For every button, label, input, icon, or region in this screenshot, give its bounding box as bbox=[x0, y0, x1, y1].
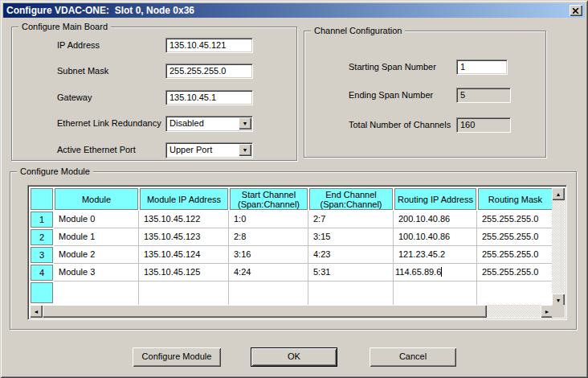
table-cell[interactable]: 3:15 bbox=[308, 228, 394, 246]
gateway-input[interactable]: 135.10.45.1 bbox=[165, 90, 253, 105]
table-cell[interactable]: 2:7 bbox=[308, 211, 394, 228]
chevron-down-icon: ▼ bbox=[243, 147, 248, 153]
table-cell[interactable]: 135.10.45.122 bbox=[139, 211, 229, 228]
cancel-button[interactable]: Cancel bbox=[370, 347, 456, 367]
total-channels-label: Total Number of Channels bbox=[349, 117, 451, 133]
row-header-cell: 4 bbox=[30, 264, 54, 281]
configure-module-button[interactable]: Configure Module bbox=[133, 347, 221, 367]
ethernet-link-redundancy-dropdown-button[interactable]: ▼ bbox=[239, 117, 251, 129]
column-header: End Channel (Span:Channel) bbox=[309, 188, 393, 210]
table-row: 3Module 2135.10.45.1243:164:23121.23.45.… bbox=[30, 246, 553, 264]
row-header-filler bbox=[30, 281, 54, 305]
table-cell[interactable]: 4:23 bbox=[308, 246, 394, 264]
table-cell[interactable]: Module 0 bbox=[54, 211, 139, 228]
table-cell[interactable]: 2:8 bbox=[229, 228, 308, 246]
subnet-mask-label: Subnet Mask bbox=[57, 64, 108, 79]
text-caret bbox=[441, 267, 442, 277]
table-row: 1Module 0135.10.45.1221:02:7200.10.40.86… bbox=[30, 211, 553, 228]
table-cell[interactable]: 100.10.40.86 bbox=[394, 228, 477, 246]
horizontal-scrollbar-thumb[interactable] bbox=[43, 305, 487, 318]
empty-cell bbox=[308, 281, 394, 305]
module-table-content: ModuleModule IP AddressStart Channel (Sp… bbox=[30, 187, 553, 306]
total-channels-value: 160 bbox=[460, 120, 475, 129]
table-cell[interactable]: Module 1 bbox=[54, 228, 139, 246]
ethernet-link-redundancy-value: Disabled bbox=[169, 118, 204, 128]
title-bar[interactable]: Configure VDAC-ONE: Slot 0, Node 0x36 bbox=[3, 3, 585, 18]
table-cell[interactable]: 3:16 bbox=[229, 246, 308, 264]
close-button[interactable] bbox=[570, 5, 582, 16]
scroll-left-button[interactable]: ◄ bbox=[30, 305, 43, 318]
table-cell[interactable]: Module 2 bbox=[54, 246, 139, 264]
column-header: Routing Mask bbox=[478, 188, 553, 210]
main-board-group: Configure Main Board IP Address 135.10.4… bbox=[11, 27, 297, 161]
column-header: Routing IP Address bbox=[394, 188, 476, 210]
empty-cell bbox=[229, 281, 308, 305]
vertical-scrollbar[interactable]: ▲ ▼ bbox=[552, 187, 565, 306]
ip-address-input[interactable]: 135.10.45.121 bbox=[165, 38, 253, 53]
table-cell[interactable]: 4:24 bbox=[229, 264, 308, 281]
left-arrow-icon: ◄ bbox=[34, 309, 39, 314]
ethernet-link-redundancy-select[interactable]: Disabled ▼ bbox=[165, 116, 253, 132]
close-icon bbox=[573, 8, 579, 14]
active-ethernet-port-select[interactable]: Upper Port ▼ bbox=[165, 142, 253, 158]
table-row: 2Module 1135.10.45.1232:83:15100.10.40.8… bbox=[30, 228, 553, 246]
configure-module-group: Configure Module ModuleModule IP Address… bbox=[10, 171, 577, 330]
row-header[interactable]: 1 bbox=[31, 212, 53, 228]
table-cell[interactable]: 121.23.45.2 bbox=[394, 246, 477, 264]
column-header: Start Channel (Span:Channel) bbox=[230, 188, 308, 210]
ending-span-value: 5 bbox=[460, 90, 465, 100]
table-cell[interactable]: 1:0 bbox=[229, 211, 308, 228]
horizontal-scrollbar-track[interactable] bbox=[487, 305, 541, 318]
chevron-down-icon: ▼ bbox=[243, 121, 248, 126]
starting-span-input[interactable]: 1 bbox=[456, 60, 508, 75]
row-header-cell: 1 bbox=[30, 211, 54, 228]
column-header: Module IP Address bbox=[140, 188, 228, 210]
table-cell[interactable]: Module 3 bbox=[54, 264, 139, 281]
table-cell[interactable]: 255.255.255.0 bbox=[477, 228, 553, 246]
ok-button[interactable]: OK bbox=[251, 347, 337, 367]
active-ethernet-port-label: Active Ethernet Port bbox=[57, 142, 136, 158]
table-cell[interactable]: 200.10.40.86 bbox=[394, 211, 477, 228]
ethernet-link-redundancy-label: Ethernet Link Redundancy bbox=[57, 116, 161, 131]
ending-span-input: 5 bbox=[456, 88, 511, 103]
vertical-scrollbar-track[interactable] bbox=[552, 200, 565, 294]
empty-cell bbox=[54, 281, 139, 305]
ip-address-label: IP Address bbox=[57, 38, 100, 53]
channel-config-group-label: Channel Configuration bbox=[311, 26, 405, 36]
down-arrow-icon: ▼ bbox=[556, 298, 561, 303]
table-cell[interactable]: 255.255.255.0 bbox=[477, 246, 553, 264]
corner-header-cell bbox=[31, 188, 53, 210]
table-cell[interactable]: 114.65.89.6 bbox=[394, 264, 477, 281]
table-cell[interactable]: 5:31 bbox=[308, 264, 394, 281]
table-row: 4Module 3135.10.45.1254:245:31114.65.89.… bbox=[30, 264, 553, 281]
row-header-cell: 3 bbox=[30, 246, 54, 264]
table-cell[interactable]: 255.255.255.0 bbox=[477, 211, 553, 228]
ending-span-label: Ending Span Number bbox=[349, 88, 433, 103]
active-ethernet-port-value: Upper Port bbox=[169, 145, 212, 154]
total-channels-input: 160 bbox=[456, 117, 511, 133]
table-cell[interactable]: 135.10.45.123 bbox=[139, 228, 229, 246]
horizontal-scrollbar[interactable]: ◄ ► bbox=[30, 305, 553, 318]
gateway-label: Gateway bbox=[57, 90, 92, 105]
empty-cell bbox=[394, 281, 477, 305]
dialog-window: Configure VDAC-ONE: Slot 0, Node 0x36 Co… bbox=[0, 0, 588, 378]
ip-address-value: 135.10.45.121 bbox=[169, 40, 226, 50]
up-arrow-icon: ▲ bbox=[556, 191, 561, 197]
empty-cell bbox=[477, 281, 553, 305]
main-board-group-label: Configure Main Board bbox=[18, 22, 111, 32]
row-header[interactable]: 3 bbox=[31, 247, 53, 263]
row-header[interactable]: 2 bbox=[31, 229, 53, 245]
gateway-value: 135.10.45.1 bbox=[169, 92, 216, 102]
starting-span-label: Starting Span Number bbox=[349, 60, 436, 75]
scroll-up-button[interactable]: ▲ bbox=[552, 187, 565, 200]
table-cell[interactable]: 135.10.45.125 bbox=[139, 264, 229, 281]
row-header[interactable]: 4 bbox=[31, 265, 53, 281]
subnet-mask-input[interactable]: 255.255.255.0 bbox=[165, 64, 253, 79]
table-header-row: ModuleModule IP AddressStart Channel (Sp… bbox=[30, 187, 553, 211]
active-ethernet-port-dropdown-button[interactable]: ▼ bbox=[239, 144, 251, 156]
table-cell[interactable]: 255.255.255.0 bbox=[477, 264, 553, 281]
table-cell[interactable]: 135.10.45.124 bbox=[139, 246, 229, 264]
starting-span-value: 1 bbox=[460, 62, 465, 72]
right-arrow-icon: ► bbox=[545, 309, 550, 314]
configure-module-group-label: Configure Module bbox=[17, 166, 93, 177]
